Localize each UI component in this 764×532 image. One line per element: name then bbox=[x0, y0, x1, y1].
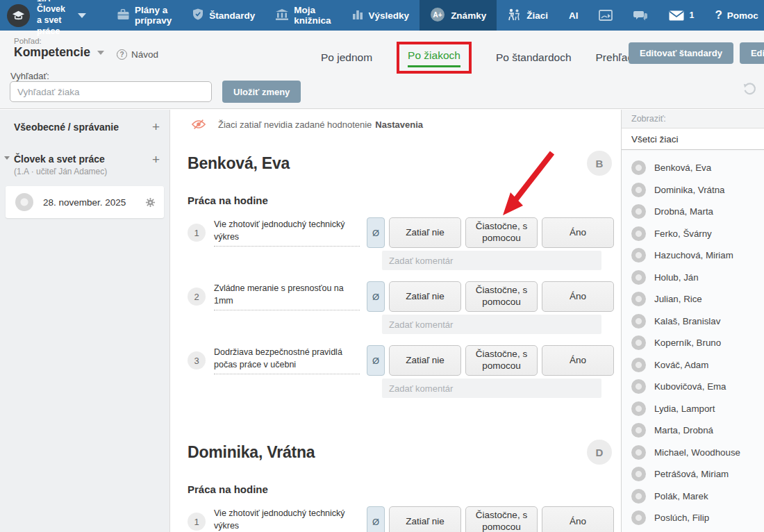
comment-input[interactable]: Zadať komentár bbox=[382, 315, 601, 334]
search-label: Vyhľadať: bbox=[10, 71, 49, 81]
settings-link[interactable]: Nastavenia bbox=[375, 119, 423, 130]
student-avatar bbox=[631, 314, 646, 329]
student-avatar bbox=[631, 401, 646, 416]
nav-item-moja-kni-nica[interactable]: Moja knižnica bbox=[265, 0, 341, 31]
criterion-text: Vie zhotoviť jednoduchý technický výkres bbox=[214, 219, 360, 247]
save-changes-button[interactable]: Uložiť zmeny bbox=[222, 81, 301, 103]
bars-icon bbox=[352, 9, 363, 22]
answer-notyet-button[interactable]: Zatiaľ nie bbox=[389, 217, 461, 248]
answer-yes-button[interactable]: Áno bbox=[542, 345, 614, 376]
student-list-name: Koperník, Bruno bbox=[654, 338, 721, 348]
view-label: Pohľad: bbox=[14, 37, 42, 45]
student-list-item[interactable]: Michael, Woodhouse bbox=[622, 442, 764, 464]
student-list-item[interactable]: Lydia, Lamport bbox=[622, 398, 764, 420]
student-list-name: Michael, Woodhouse bbox=[654, 447, 740, 458]
student-avatar bbox=[631, 489, 646, 504]
briefcase-icon bbox=[117, 9, 129, 20]
student-list-item[interactable] bbox=[622, 529, 764, 532]
student-list-item[interactable]: Kováč, Adam bbox=[622, 354, 764, 376]
undo-icon[interactable] bbox=[742, 82, 757, 97]
student-list-item[interactable]: Kalaš, Branislav bbox=[622, 310, 764, 333]
student-list-item[interactable]: Poslúch, Filip bbox=[622, 507, 764, 529]
tab-po-tandardoch[interactable]: Po štandardoch bbox=[496, 51, 572, 64]
answer-partial-button[interactable]: Čiastočne, s pomocou bbox=[465, 217, 538, 248]
gear-icon[interactable] bbox=[145, 197, 156, 208]
edit-standards-button[interactable]: Editovať štandardy bbox=[629, 42, 733, 64]
student-list-item[interactable]: Marta, Drobná bbox=[622, 419, 764, 442]
sidebar-subject-section[interactable]: Človek a svet práce (1.A · učiteľ Ján Ad… bbox=[0, 133, 169, 176]
student-list-item[interactable]: Julian, Rice bbox=[622, 288, 764, 310]
answer-partial-button[interactable]: Čiastočne, s pomocou bbox=[465, 506, 538, 532]
student-list-item[interactable]: Polák, Marek bbox=[622, 485, 764, 508]
student-list-item[interactable]: Ferko, Švárny bbox=[622, 223, 764, 245]
answer-yes-button[interactable]: Áno bbox=[542, 506, 614, 532]
lesson-date-item[interactable]: 28. november. 2025 bbox=[6, 186, 164, 218]
nav-item-v-sledky[interactable]: Výsledky bbox=[342, 0, 420, 31]
answer-notyet-button[interactable]: Zatiaľ nie bbox=[389, 506, 461, 532]
student-list-item[interactable]: Koperník, Bruno bbox=[622, 332, 764, 354]
subject-title: Všeobecné / správanie bbox=[14, 122, 157, 133]
plus-icon[interactable]: + bbox=[152, 152, 160, 167]
criteria-group-title: Práca na hodine bbox=[188, 483, 620, 495]
eye-slash-icon bbox=[192, 119, 206, 130]
student-list-item[interactable]: Drobná, Marta bbox=[622, 201, 764, 223]
answer-null-button[interactable]: Ø bbox=[367, 281, 385, 312]
edit-button[interactable]: Editovať bbox=[740, 42, 764, 64]
ai-label: AI bbox=[569, 10, 579, 21]
student-list-item[interactable]: Holub, Ján bbox=[622, 267, 764, 289]
nav-item--tandardy[interactable]: Štandardy bbox=[182, 0, 265, 31]
nav-item--iaci[interactable]: Žiaci bbox=[497, 0, 558, 31]
nav-item-pl-ny-a-pr-pravy[interactable]: Plány a prípravy bbox=[107, 0, 182, 31]
guide-link[interactable]: ? Návod bbox=[117, 49, 158, 60]
view-selector[interactable]: Kompetencie bbox=[14, 45, 104, 60]
chat-icon bbox=[633, 10, 648, 22]
answer-null-button[interactable]: Ø bbox=[367, 345, 385, 376]
answer-partial-button[interactable]: Čiastočne, s pomocou bbox=[465, 345, 538, 376]
student-avatar bbox=[631, 204, 646, 219]
answer-notyet-button[interactable]: Zatiaľ nie bbox=[389, 345, 461, 376]
student-list-name: Kalaš, Branislav bbox=[654, 316, 720, 326]
student-list-name: Lydia, Lamport bbox=[654, 404, 715, 414]
class-subject-switcher[interactable]: 1.A Človek a svet práce bbox=[0, 0, 86, 31]
student-list-item[interactable]: Dominika, Vrátna bbox=[622, 179, 764, 201]
grading-main: Žiaci zatiaľ nevidia zadané hodnotenie N… bbox=[171, 110, 620, 532]
comment-input[interactable]: Zadať komentár bbox=[382, 251, 601, 270]
help-button[interactable]: ? Pomoc bbox=[704, 0, 764, 31]
criterion-block: 1 Vie zhotoviť jednoduchý technický výkr… bbox=[188, 217, 620, 270]
answer-null-button[interactable]: Ø bbox=[367, 217, 385, 248]
student-list-item[interactable]: Kubovičová, Ema bbox=[622, 376, 764, 398]
answer-partial-button[interactable]: Čiastočne, s pomocou bbox=[465, 281, 538, 312]
lesson-date-label: 28. november. 2025 bbox=[43, 197, 126, 208]
student-filter-select[interactable]: Všetci žiaci bbox=[622, 128, 764, 150]
people-icon bbox=[507, 8, 521, 23]
student-list-item[interactable]: Benková, Eva bbox=[622, 157, 764, 179]
answer-yes-button[interactable]: Áno bbox=[542, 217, 614, 248]
student-list-name: Dominika, Vrátna bbox=[654, 185, 725, 195]
sidebar-subject-section[interactable]: Všeobecné / správanie + bbox=[0, 110, 169, 133]
chat-button[interactable] bbox=[623, 0, 658, 31]
comment-input[interactable]: Zadať komentár bbox=[382, 379, 601, 398]
answer-null-button[interactable]: Ø bbox=[367, 506, 385, 532]
student-avatar bbox=[631, 248, 646, 263]
search-input[interactable] bbox=[10, 81, 212, 102]
visibility-notice: Žiaci zatiaľ nevidia zadané hodnotenie N… bbox=[188, 119, 620, 130]
help-circle-icon: ? bbox=[117, 49, 127, 60]
student-list-item[interactable]: Petrášová, Miriam bbox=[622, 463, 764, 485]
student-list-item[interactable]: Hazuchová, Miriam bbox=[622, 244, 764, 267]
nav-item-zn-mky[interactable]: A+ Známky bbox=[420, 0, 497, 31]
criterion-block: 2 Zvládne meranie s presnosťou na 1mm Ø … bbox=[188, 281, 620, 334]
tab-po-iakoch[interactable]: Po žiakoch bbox=[408, 49, 460, 67]
tab-preh-ad[interactable]: Prehľad bbox=[596, 51, 634, 64]
student-list-name: Marta, Drobná bbox=[654, 425, 713, 435]
student-list: Benková, Eva Dominika, Vrátna Drobná, Ma… bbox=[622, 150, 764, 532]
ai-button[interactable]: AI bbox=[558, 0, 589, 31]
tab-po-jednom[interactable]: Po jednom bbox=[321, 51, 372, 64]
messages-button[interactable]: 1 bbox=[658, 0, 704, 31]
student-list-name: Polák, Marek bbox=[654, 491, 708, 501]
answer-notyet-button[interactable]: Zatiaľ nie bbox=[389, 281, 461, 312]
criterion-text: Zvládne meranie s presnosťou na 1mm bbox=[214, 283, 360, 310]
answer-yes-button[interactable]: Áno bbox=[542, 281, 614, 312]
cast-button[interactable] bbox=[588, 0, 623, 31]
criterion-number: 1 bbox=[188, 513, 206, 531]
student-initial-badge: B bbox=[587, 151, 612, 176]
